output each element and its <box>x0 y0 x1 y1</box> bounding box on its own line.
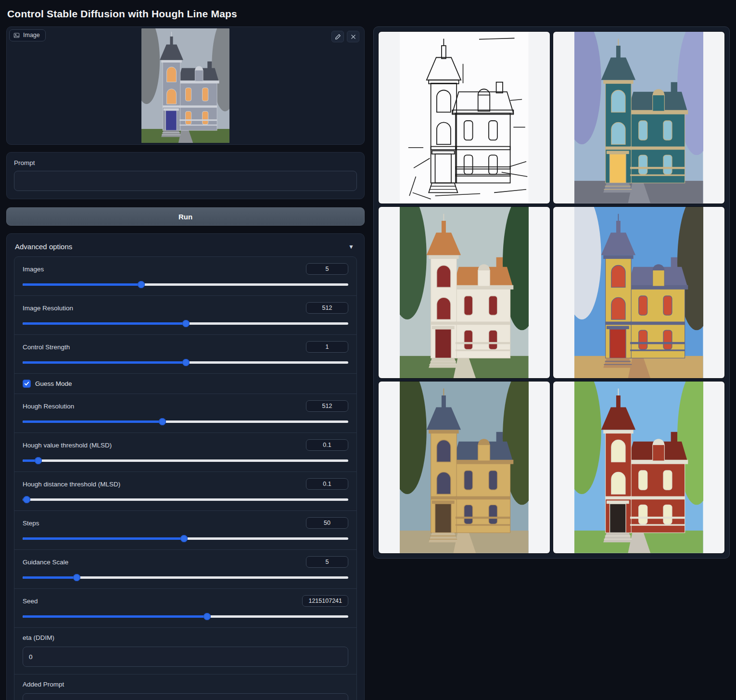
slider-value-control-strength[interactable]: 1 <box>306 341 348 353</box>
slider-hough-value-threshold-mlsd[interactable] <box>23 458 348 464</box>
image-label-text: Image <box>23 32 40 38</box>
slider-value-hough-value-threshold-mlsd[interactable]: 0.1 <box>306 439 348 451</box>
slider-handle-steps[interactable] <box>180 535 188 542</box>
slider-value-steps[interactable]: 50 <box>306 517 348 529</box>
slider-label-control-strength: Control Strength <box>23 344 70 351</box>
slider-seed[interactable] <box>23 613 348 620</box>
slider-handle-hough-distance-threshold-mlsd[interactable] <box>23 496 30 503</box>
slider-value-hough-distance-threshold-mlsd[interactable]: 0.1 <box>306 478 348 490</box>
text-label-added-prompt: Added Prompt <box>23 681 348 688</box>
slider-steps[interactable] <box>23 535 348 542</box>
slider-label-steps: Steps <box>23 520 39 527</box>
slider-label-image-resolution: Image Resolution <box>23 305 73 312</box>
edit-image-button[interactable] <box>331 31 344 42</box>
slider-row-hough-resolution: Hough Resolution 512 <box>14 394 356 433</box>
clear-image-button[interactable] <box>347 31 359 42</box>
text-label-eta-ddim: eta (DDIM) <box>23 634 348 641</box>
prompt-input[interactable] <box>14 171 357 191</box>
uploaded-image[interactable] <box>141 28 229 143</box>
slider-handle-image-resolution[interactable] <box>182 320 190 327</box>
slider-fill <box>23 537 184 540</box>
slider-handle-hough-value-threshold-mlsd[interactable] <box>35 457 42 464</box>
slider-row-image-resolution: Image Resolution 512 <box>14 296 356 335</box>
text-input-eta-ddim[interactable] <box>23 647 348 667</box>
slider-handle-seed[interactable] <box>203 613 211 620</box>
advanced-options-title: Advanced options <box>15 242 72 251</box>
page-title: Control Stable Diffusion with Hough Line… <box>7 8 730 20</box>
slider-fill <box>23 576 76 579</box>
close-icon <box>350 34 356 40</box>
pencil-icon <box>335 34 341 40</box>
slider-value-seed[interactable]: 1215107241 <box>302 595 348 607</box>
text-input-added-prompt[interactable] <box>23 693 348 700</box>
slider-handle-hough-resolution[interactable] <box>159 418 166 425</box>
checkbox-row-guess-mode[interactable]: Guess Mode <box>14 374 356 394</box>
slider-value-guidance-scale[interactable]: 5 <box>306 556 348 568</box>
prompt-label: Prompt <box>14 159 357 166</box>
slider-handle-control-strength[interactable] <box>182 359 190 366</box>
slider-value-image-resolution[interactable]: 512 <box>306 302 348 314</box>
slider-fill <box>23 322 186 325</box>
slider-track[interactable] <box>23 459 348 462</box>
gallery-item-generated-house-red[interactable] <box>553 382 724 553</box>
slider-track[interactable] <box>23 498 348 501</box>
chevron-down-icon: ▼ <box>348 243 354 250</box>
gallery-item-generated-house-white[interactable] <box>379 207 550 379</box>
advanced-options-accordion: Advanced options ▼ Images 5 Image Resolu… <box>6 233 365 700</box>
prompt-field: Prompt <box>6 152 365 199</box>
slider-label-hough-value-threshold-mlsd: Hough value threshold (MLSD) <box>23 442 112 449</box>
result-gallery <box>373 26 730 559</box>
checkbox-label: Guess Mode <box>35 380 72 387</box>
slider-row-images: Images 5 <box>14 257 356 296</box>
slider-label-images: Images <box>23 266 44 273</box>
gallery-item-generated-house-gold[interactable] <box>379 382 550 553</box>
slider-value-images[interactable]: 5 <box>306 263 348 275</box>
slider-label-seed: Seed <box>23 598 38 605</box>
slider-fill <box>23 420 162 423</box>
slider-row-guidance-scale: Guidance Scale 5 <box>14 550 356 589</box>
slider-value-hough-resolution[interactable]: 512 <box>306 400 348 412</box>
gallery-item-generated-house-teal[interactable] <box>553 32 724 204</box>
image-icon <box>13 32 20 38</box>
slider-images[interactable] <box>23 281 348 288</box>
slider-fill <box>23 361 186 364</box>
slider-row-control-strength: Control Strength 1 <box>14 335 356 374</box>
slider-label-hough-resolution: Hough Resolution <box>23 403 74 410</box>
check-icon <box>24 381 29 386</box>
checkbox-guess-mode[interactable] <box>23 380 31 388</box>
slider-row-hough-distance-threshold-mlsd: Hough distance threshold (MLSD) 0.1 <box>14 472 356 511</box>
slider-guidance-scale[interactable] <box>23 574 348 581</box>
slider-hough-distance-threshold-mlsd[interactable] <box>23 496 348 503</box>
slider-handle-images[interactable] <box>138 281 145 288</box>
text-row-added-prompt: Added Prompt <box>14 675 356 700</box>
advanced-options-header[interactable]: Advanced options ▼ <box>14 240 357 256</box>
slider-label-hough-distance-threshold-mlsd: Hough distance threshold (MLSD) <box>23 481 120 488</box>
slider-hough-resolution[interactable] <box>23 419 348 425</box>
advanced-options-body: Images 5 Image Resolution 512 Control St… <box>14 256 357 700</box>
slider-row-hough-value-threshold-mlsd: Hough value threshold (MLSD) 0.1 <box>14 433 356 472</box>
input-image-panel[interactable]: Image <box>6 26 365 145</box>
slider-image-resolution[interactable] <box>23 320 348 327</box>
run-button[interactable]: Run <box>6 207 365 226</box>
gallery-item-generated-house-yellow[interactable] <box>553 207 724 379</box>
slider-control-strength[interactable] <box>23 359 348 366</box>
text-row-eta-ddim: eta (DDIM) <box>14 628 356 675</box>
app: Control Stable Diffusion with Hough Line… <box>0 0 736 700</box>
slider-row-seed: Seed 1215107241 <box>14 589 356 628</box>
slider-fill <box>23 615 207 618</box>
gallery-item-hough-line-map[interactable] <box>379 32 550 204</box>
slider-handle-guidance-scale[interactable] <box>73 574 80 581</box>
image-component-label: Image <box>9 29 46 41</box>
slider-label-guidance-scale: Guidance Scale <box>23 559 68 566</box>
slider-fill <box>23 283 141 286</box>
slider-row-steps: Steps 50 <box>14 511 356 550</box>
